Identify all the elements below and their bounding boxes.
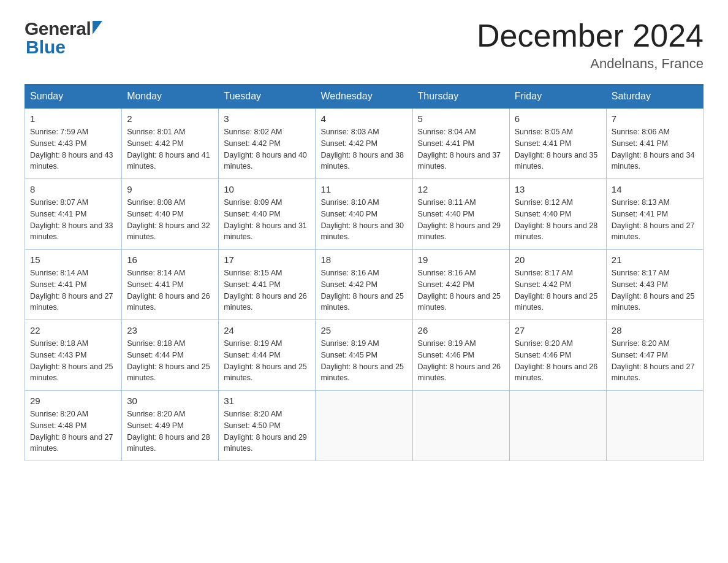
day-info: Sunrise: 8:03 AMSunset: 4:42 PMDaylight:… — [320, 126, 407, 172]
day-info: Sunrise: 8:04 AMSunset: 4:41 PMDaylight:… — [418, 126, 504, 172]
calendar-cell: 21Sunrise: 8:17 AMSunset: 4:43 PMDayligh… — [606, 250, 703, 320]
calendar-cell: 1Sunrise: 7:59 AMSunset: 4:43 PMDaylight… — [25, 109, 122, 179]
calendar-week-row: 29Sunrise: 8:20 AMSunset: 4:48 PMDayligh… — [25, 391, 703, 461]
column-header-tuesday: Tuesday — [219, 85, 316, 109]
logo-blue-text: Blue — [25, 37, 102, 58]
calendar-cell: 7Sunrise: 8:06 AMSunset: 4:41 PMDaylight… — [606, 109, 703, 179]
day-number: 30 — [127, 396, 213, 406]
calendar-cell: 4Sunrise: 8:03 AMSunset: 4:42 PMDaylight… — [316, 109, 412, 179]
day-info: Sunrise: 8:19 AMSunset: 4:46 PMDaylight:… — [418, 338, 504, 384]
day-number: 26 — [418, 325, 504, 335]
day-info: Sunrise: 8:09 AMSunset: 4:40 PMDaylight:… — [224, 197, 310, 243]
calendar-cell: 8Sunrise: 8:07 AMSunset: 4:41 PMDaylight… — [25, 179, 122, 250]
calendar-week-row: 8Sunrise: 8:07 AMSunset: 4:41 PMDaylight… — [25, 179, 703, 250]
day-info: Sunrise: 8:18 AMSunset: 4:43 PMDaylight:… — [30, 338, 116, 384]
calendar-cell — [316, 391, 412, 461]
day-number: 22 — [30, 325, 116, 335]
day-info: Sunrise: 8:13 AMSunset: 4:41 PMDaylight:… — [612, 197, 698, 243]
calendar-cell: 30Sunrise: 8:20 AMSunset: 4:49 PMDayligh… — [122, 391, 219, 461]
day-number: 5 — [418, 113, 504, 124]
day-info: Sunrise: 8:17 AMSunset: 4:43 PMDaylight:… — [612, 267, 698, 313]
day-info: Sunrise: 8:05 AMSunset: 4:41 PMDaylight:… — [515, 126, 601, 172]
page-header: General Blue December 2024 Andelnans, Fr… — [25, 18, 703, 72]
day-number: 8 — [30, 184, 116, 194]
day-info: Sunrise: 8:17 AMSunset: 4:42 PMDaylight:… — [515, 267, 601, 313]
calendar-week-row: 1Sunrise: 7:59 AMSunset: 4:43 PMDaylight… — [25, 109, 703, 179]
calendar-cell: 25Sunrise: 8:19 AMSunset: 4:45 PMDayligh… — [316, 320, 412, 391]
calendar-table: SundayMondayTuesdayWednesdayThursdayFrid… — [25, 84, 703, 461]
day-number: 16 — [127, 255, 213, 265]
day-info: Sunrise: 8:16 AMSunset: 4:42 PMDaylight:… — [418, 267, 504, 313]
month-title: December 2024 — [477, 18, 703, 53]
calendar-cell: 18Sunrise: 8:16 AMSunset: 4:42 PMDayligh… — [316, 250, 412, 320]
calendar-cell: 9Sunrise: 8:08 AMSunset: 4:40 PMDaylight… — [122, 179, 219, 250]
day-number: 17 — [224, 255, 310, 265]
column-header-friday: Friday — [509, 85, 606, 109]
calendar-header-row: SundayMondayTuesdayWednesdayThursdayFrid… — [25, 85, 703, 109]
calendar-cell: 5Sunrise: 8:04 AMSunset: 4:41 PMDaylight… — [412, 109, 509, 179]
day-info: Sunrise: 8:08 AMSunset: 4:40 PMDaylight:… — [127, 197, 213, 243]
day-info: Sunrise: 8:18 AMSunset: 4:44 PMDaylight:… — [127, 338, 213, 384]
column-header-thursday: Thursday — [412, 85, 509, 109]
day-info: Sunrise: 8:02 AMSunset: 4:42 PMDaylight:… — [224, 126, 310, 172]
day-number: 6 — [515, 113, 601, 124]
calendar-cell: 31Sunrise: 8:20 AMSunset: 4:50 PMDayligh… — [219, 391, 316, 461]
day-info: Sunrise: 8:07 AMSunset: 4:41 PMDaylight:… — [30, 197, 116, 243]
day-info: Sunrise: 8:14 AMSunset: 4:41 PMDaylight:… — [127, 267, 213, 313]
title-section: December 2024 Andelnans, France — [477, 18, 703, 72]
day-number: 28 — [612, 325, 698, 335]
day-info: Sunrise: 8:20 AMSunset: 4:49 PMDaylight:… — [127, 408, 213, 454]
day-number: 2 — [127, 113, 213, 124]
day-info: Sunrise: 8:15 AMSunset: 4:41 PMDaylight:… — [224, 267, 310, 313]
column-header-saturday: Saturday — [606, 85, 703, 109]
column-header-wednesday: Wednesday — [316, 85, 412, 109]
calendar-cell: 10Sunrise: 8:09 AMSunset: 4:40 PMDayligh… — [219, 179, 316, 250]
location-subtitle: Andelnans, France — [477, 56, 703, 72]
calendar-cell: 14Sunrise: 8:13 AMSunset: 4:41 PMDayligh… — [606, 179, 703, 250]
calendar-cell: 12Sunrise: 8:11 AMSunset: 4:40 PMDayligh… — [412, 179, 509, 250]
day-number: 27 — [515, 325, 601, 335]
logo: General Blue — [25, 18, 102, 58]
day-number: 31 — [224, 396, 310, 406]
day-info: Sunrise: 8:10 AMSunset: 4:40 PMDaylight:… — [320, 197, 407, 243]
calendar-cell: 6Sunrise: 8:05 AMSunset: 4:41 PMDaylight… — [509, 109, 606, 179]
day-number: 14 — [612, 184, 698, 194]
calendar-cell: 3Sunrise: 8:02 AMSunset: 4:42 PMDaylight… — [219, 109, 316, 179]
calendar-cell: 2Sunrise: 8:01 AMSunset: 4:42 PMDaylight… — [122, 109, 219, 179]
calendar-cell: 13Sunrise: 8:12 AMSunset: 4:40 PMDayligh… — [509, 179, 606, 250]
day-info: Sunrise: 8:20 AMSunset: 4:48 PMDaylight:… — [30, 408, 116, 454]
day-number: 13 — [515, 184, 601, 194]
calendar-cell: 27Sunrise: 8:20 AMSunset: 4:46 PMDayligh… — [509, 320, 606, 391]
calendar-cell — [412, 391, 509, 461]
column-header-sunday: Sunday — [25, 85, 122, 109]
day-info: Sunrise: 8:20 AMSunset: 4:47 PMDaylight:… — [612, 338, 698, 384]
day-info: Sunrise: 8:19 AMSunset: 4:45 PMDaylight:… — [320, 338, 407, 384]
day-number: 15 — [30, 255, 116, 265]
day-info: Sunrise: 8:12 AMSunset: 4:40 PMDaylight:… — [515, 197, 601, 243]
day-info: Sunrise: 8:14 AMSunset: 4:41 PMDaylight:… — [30, 267, 116, 313]
calendar-cell: 24Sunrise: 8:19 AMSunset: 4:44 PMDayligh… — [219, 320, 316, 391]
calendar-cell: 22Sunrise: 8:18 AMSunset: 4:43 PMDayligh… — [25, 320, 122, 391]
day-info: Sunrise: 8:11 AMSunset: 4:40 PMDaylight:… — [418, 197, 504, 243]
day-number: 12 — [418, 184, 504, 194]
day-number: 29 — [30, 396, 116, 406]
logo-general-text: General — [25, 18, 91, 39]
day-number: 24 — [224, 325, 310, 335]
calendar-cell: 11Sunrise: 8:10 AMSunset: 4:40 PMDayligh… — [316, 179, 412, 250]
calendar-week-row: 15Sunrise: 8:14 AMSunset: 4:41 PMDayligh… — [25, 250, 703, 320]
day-number: 11 — [320, 184, 407, 194]
day-number: 18 — [320, 255, 407, 265]
day-number: 4 — [320, 113, 407, 124]
day-info: Sunrise: 8:20 AMSunset: 4:50 PMDaylight:… — [224, 408, 310, 454]
day-number: 10 — [224, 184, 310, 194]
day-info: Sunrise: 8:01 AMSunset: 4:42 PMDaylight:… — [127, 126, 213, 172]
day-number: 9 — [127, 184, 213, 194]
calendar-week-row: 22Sunrise: 8:18 AMSunset: 4:43 PMDayligh… — [25, 320, 703, 391]
calendar-cell: 26Sunrise: 8:19 AMSunset: 4:46 PMDayligh… — [412, 320, 509, 391]
day-info: Sunrise: 8:16 AMSunset: 4:42 PMDaylight:… — [320, 267, 407, 313]
day-number: 7 — [612, 113, 698, 124]
calendar-cell: 15Sunrise: 8:14 AMSunset: 4:41 PMDayligh… — [25, 250, 122, 320]
calendar-cell: 19Sunrise: 8:16 AMSunset: 4:42 PMDayligh… — [412, 250, 509, 320]
calendar-cell: 17Sunrise: 8:15 AMSunset: 4:41 PMDayligh… — [219, 250, 316, 320]
calendar-cell: 23Sunrise: 8:18 AMSunset: 4:44 PMDayligh… — [122, 320, 219, 391]
